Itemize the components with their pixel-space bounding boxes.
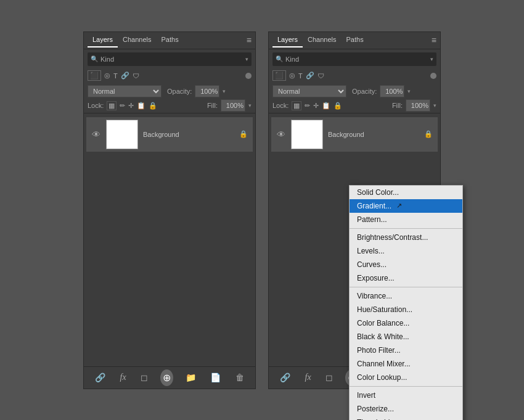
right-layer-thumbnail [291,120,323,149]
menu-item-pattern[interactable]: Pattern... [350,213,462,226]
left-lock-artboard-icon[interactable]: 📋 [137,102,145,110]
left-new-layer-icon[interactable]: 📄 [208,371,223,384]
right-fill-label: Fill: [392,102,403,109]
right-opacity-arrow: ▾ [407,88,411,94]
left-lock-all-icon[interactable]: 🔒 [149,102,157,110]
cursor-icon: ↗ [396,202,402,210]
right-opacity-label: Opacity: [352,88,377,95]
left-kind-arrow: ▾ [245,56,248,62]
right-search-kind: Kind [285,56,299,63]
left-opacity-input[interactable] [195,85,219,97]
left-group-icon[interactable]: 📁 [183,371,199,384]
left-link-icon[interactable]: 🔗 [92,371,108,384]
left-opacity-arrow: ▾ [223,88,226,94]
menu-item-invert[interactable]: Invert [350,389,462,402]
left-kind-smart-icon[interactable]: 🛡 [133,72,139,80]
left-background-layer[interactable]: 👁 Background 🔒 [86,117,253,152]
right-link-icon[interactable]: 🔗 [277,371,293,384]
left-kind-extra-icon[interactable] [245,73,252,79]
left-fx-button[interactable]: fx [118,371,129,384]
right-fx-button[interactable]: fx [303,371,314,384]
menu-item-black-white[interactable]: Black & White... [350,330,462,344]
right-tab-layers[interactable]: Layers [272,33,303,47]
right-mask-icon[interactable]: ◻ [323,371,335,384]
right-lock-move-icon[interactable]: ✛ [313,102,319,110]
right-kind-shape-icon[interactable]: 🔗 [306,72,314,80]
left-layers-content: 👁 Background 🔒 [84,113,255,366]
right-tab-paths[interactable]: Paths [342,33,369,47]
right-panel-menu-icon[interactable]: ≡ [432,35,436,45]
menu-item-brightness-contrast[interactable]: Brightness/Contrast... [350,231,462,244]
left-search-input[interactable] [114,56,245,63]
right-layer-visibility-icon[interactable]: 👁 [276,130,286,139]
right-layer-name: Background [328,131,419,138]
right-kind-adjustment-icon[interactable]: ◎ [289,72,295,80]
menu-item-posterize[interactable]: Posterize... [350,402,462,416]
menu-item-gradient[interactable]: Gradient... ↗ [350,199,462,213]
left-kind-pixel-icon[interactable]: ⬛ [88,70,101,81]
left-mask-icon[interactable]: ◻ [138,371,150,384]
right-tab-channels[interactable]: Channels [303,33,341,47]
right-lock-checkerboard-icon[interactable]: ▦ [292,101,301,110]
adjustment-dropdown-menu: Solid Color... Gradient... ↗ Pattern... … [349,185,463,421]
left-layer-name: Background [143,131,234,138]
menu-item-color-lookup[interactable]: Color Lookup... [350,371,462,384]
right-search-input[interactable] [299,56,430,63]
right-kind-smart-icon[interactable]: 🛡 [317,72,324,80]
right-kind-extra-icon[interactable] [430,73,436,79]
left-lock-paint-icon[interactable]: ✏ [120,102,125,110]
left-layer-visibility-icon[interactable]: 👁 [91,130,101,139]
left-layers-panel: Layers Channels Paths ≡ 🔍 Kind ▾ ⬛ ◎ T 🔗… [83,31,256,389]
right-lock-paint-icon[interactable]: ✏ [305,102,310,110]
right-lock-label: Lock: [272,102,289,109]
menu-item-color-balance[interactable]: Color Balance... [350,316,462,330]
right-lock-artboard-icon[interactable]: 📋 [322,102,330,110]
right-layer-lock-icon: 🔒 [424,130,433,138]
left-tabs-group: Layers Channels Paths [88,33,184,47]
left-blend-select[interactable]: Normal [88,85,162,97]
menu-item-threshold[interactable]: Threshold... [350,416,462,421]
left-layer-thumbnail [106,120,138,149]
right-opacity-input[interactable] [380,85,404,97]
left-lock-move-icon[interactable]: ✛ [128,102,134,110]
left-kind-shape-icon[interactable]: 🔗 [121,72,129,80]
left-lock-label: Lock: [88,102,104,109]
right-kind-pixel-icon[interactable]: ⬛ [272,70,286,81]
left-layer-lock-icon: 🔒 [239,130,248,138]
left-kind-icons-row: ⬛ ◎ T 🔗 🛡 [84,69,255,83]
right-lock-all-icon[interactable]: 🔒 [334,102,342,110]
left-blend-row: Normal Opacity: ▾ [84,84,255,99]
left-tab-paths[interactable]: Paths [157,33,184,47]
left-kind-type-icon[interactable]: T [113,72,118,80]
right-blend-select[interactable]: Normal [272,85,346,97]
left-lock-checkerboard-icon[interactable]: ▦ [107,101,117,110]
right-tabs-group: Layers Channels Paths [272,33,369,47]
left-fill-label: Fill: [207,102,218,109]
left-search-bar: 🔍 Kind ▾ [88,52,252,66]
right-fill-input[interactable] [406,99,430,112]
menu-item-photo-filter[interactable]: Photo Filter... [350,344,462,357]
menu-item-hue-saturation[interactable]: Hue/Saturation... [350,303,462,316]
menu-item-exposure[interactable]: Exposure... [350,271,462,285]
left-panel-tabs: Layers Channels Paths ≡ [84,32,255,49]
menu-item-channel-mixer[interactable]: Channel Mixer... [350,357,462,371]
right-kind-type-icon[interactable]: T [298,72,303,80]
left-tab-channels[interactable]: Channels [118,33,156,47]
left-delete-icon[interactable]: 🗑 [233,371,247,384]
left-panel-bottom: 🔗 fx ◻ ⊕ 📁 📄 🗑 [84,366,255,389]
left-kind-adjustment-icon[interactable]: ◎ [104,72,110,80]
left-lock-row: Lock: ▦ ✏ ✛ 📋 🔒 Fill: ▾ [84,99,255,113]
menu-item-levels[interactable]: Levels... [350,244,462,258]
right-kind-icons-row: ⬛ ◎ T 🔗 🛡 [269,69,440,83]
right-fill-arrow: ▾ [433,102,436,109]
right-background-layer[interactable]: 👁 Background 🔒 [271,117,438,152]
menu-item-curves[interactable]: Curves... [350,258,462,271]
left-adjustment-icon[interactable]: ⊕ [160,369,173,386]
left-fill-arrow: ▾ [248,102,252,109]
left-layer-thumb-inner [108,121,136,148]
left-fill-input[interactable] [221,99,245,112]
left-tab-layers[interactable]: Layers [88,33,118,47]
left-panel-menu-icon[interactable]: ≡ [247,35,252,45]
menu-item-vibrance[interactable]: Vibrance... [350,289,462,303]
menu-item-solid-color[interactable]: Solid Color... [350,186,462,199]
